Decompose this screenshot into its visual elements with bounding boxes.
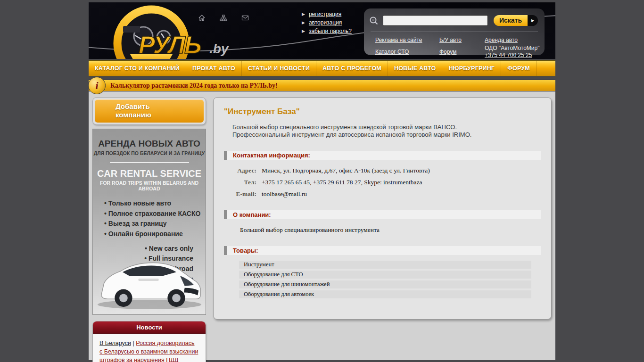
- contact-section-header: Контактная информация:: [224, 151, 541, 160]
- sidebar: Добавить компанию АРЕНДА НОВЫХ АВТО ДЛЯ …: [92, 97, 206, 360]
- page: РУЛЬ .by ▶ регистрация ▶ авторизация ▶ з…: [89, 2, 555, 360]
- registration-link[interactable]: регистрация: [309, 11, 341, 17]
- search-button[interactable]: Искать ▶: [494, 15, 538, 26]
- info-icon: i: [88, 77, 106, 94]
- contact-label: Адрес:: [224, 167, 262, 174]
- header-shortcut-icons: [198, 14, 250, 22]
- company-description: Большой выбор специального инструмента ш…: [232, 123, 505, 139]
- arrow-bullet-icon: ▶: [302, 12, 305, 16]
- company-phone-link[interactable]: +375 44 700 25 25: [485, 52, 545, 59]
- contact-label: Тел:: [224, 179, 262, 186]
- contact-row-address: Адрес: Минск, ул. Подгорная, д.67, офис …: [224, 167, 541, 174]
- contact-table: Адрес: Минск, ул. Подгорная, д.67, офис …: [224, 167, 541, 198]
- add-company-line1: Добавить: [116, 102, 204, 111]
- search-panel: Искать ▶ Реклама на сайте Б/У авто Аренд…: [364, 8, 545, 55]
- goods-section-header: Товары:: [224, 246, 541, 255]
- about-section-header: О компании:: [224, 210, 541, 219]
- nav-item-articles[interactable]: СТАТЬИ И НОВОСТИ: [242, 61, 316, 76]
- authorization-link[interactable]: авторизация: [309, 19, 342, 26]
- car-rental-ad-banner[interactable]: АРЕНДА НОВЫХ АВТО ДЛЯ ПОЕЗДОК ПО БЕЛАРУС…: [92, 129, 206, 315]
- quick-links: Реклама на сайте Б/У авто Аренда авто Ка…: [364, 32, 545, 59]
- news-panel: Новости В Беларуси | Россия договорилась…: [92, 321, 206, 362]
- logo-tld-text: .by: [209, 41, 229, 56]
- search-button-arrow-icon: ▶: [528, 15, 538, 26]
- main-navigation: КАТАЛОГ СТО И КОМПАНИЙ ПРОКАТ АВТО СТАТЬ…: [89, 60, 555, 76]
- car-rental-link[interactable]: Аренда авто: [485, 37, 518, 43]
- sto-catalog-link[interactable]: Каталог СТО: [375, 49, 409, 55]
- auth-links: ▶ регистрация ▶ авторизация ▶ забыли пар…: [302, 11, 352, 36]
- contact-value: +375 17 265 65 45, +375 29 611 78 27, Sk…: [262, 179, 422, 186]
- nav-item-forum[interactable]: ФОРУМ: [501, 61, 537, 76]
- add-company-container: Добавить компанию: [92, 97, 206, 125]
- ad-bullet: Полное страхование КАСКО: [104, 209, 206, 219]
- used-cars-link[interactable]: Б/У авто: [439, 37, 462, 43]
- auth-link-row: ▶ авторизация: [302, 19, 352, 26]
- arrow-bullet-icon: ▶: [302, 29, 305, 33]
- auth-link-row: ▶ забыли пароль?: [302, 28, 352, 34]
- goods-row: Оборудование для СТО: [239, 271, 531, 279]
- auth-link-row: ▶ регистрация: [302, 11, 352, 17]
- nav-item-used-cars[interactable]: АВТО С ПРОБЕГОМ: [316, 61, 388, 76]
- ad-bullet: Выезд за границу: [104, 219, 206, 229]
- company-title: "Инструмент База": [224, 107, 541, 116]
- ad-bullet: Онлайн бронирование: [104, 229, 206, 239]
- news-header: Новости: [93, 321, 206, 334]
- search-row: Искать ▶: [364, 8, 545, 26]
- ad-bullets-ru: Только новые авто Полное страхование КАС…: [104, 198, 206, 239]
- contact-label: E-mail:: [224, 190, 262, 198]
- goods-row: Оборудования для автомоек: [239, 290, 531, 298]
- news-separator: |: [132, 340, 134, 346]
- add-company-button[interactable]: Добавить компанию: [95, 99, 204, 123]
- ad-title-ru: АРЕНДА НОВЫХ АВТО: [93, 139, 206, 149]
- ad-subtitle-ru: ДЛЯ ПОЕЗДОК ПО БЕЛАРУСИ И ЗА ГРАНИЦУ: [93, 150, 206, 156]
- contact-row-email: E-mail: toolbase@mail.ru: [224, 190, 541, 198]
- about-text: Большой выбор специализированного инстру…: [240, 226, 541, 234]
- forgot-password-link[interactable]: забыли пароль?: [309, 28, 352, 34]
- site-logo[interactable]: РУЛЬ .by: [102, 3, 243, 59]
- add-company-line2: компанию: [116, 111, 204, 119]
- ad-bullet: Только новые авто: [104, 198, 206, 209]
- home-icon[interactable]: [198, 14, 206, 22]
- news-category-link[interactable]: В Беларуси: [99, 340, 131, 346]
- sitemap-icon[interactable]: [220, 14, 227, 22]
- logo-brand-text: РУЛЬ: [139, 31, 201, 58]
- mail-icon[interactable]: [241, 14, 249, 22]
- ad-subtitle-en: FOR ROAD TRIPS WITHIN BELARUS AND ABROAD: [93, 180, 206, 191]
- white-car-image: [94, 243, 205, 313]
- forum-link[interactable]: Форум: [439, 49, 456, 55]
- magnifier-icon: [369, 16, 379, 26]
- nav-item-rental[interactable]: ПРОКАТ АВТО: [186, 61, 242, 76]
- content-area: Добавить компанию АРЕНДА НОВЫХ АВТО ДЛЯ …: [89, 91, 555, 360]
- arrow-bullet-icon: ▶: [302, 20, 305, 25]
- search-input[interactable]: [383, 15, 488, 26]
- contact-value: Минск, ул. Подгорная, д.67, офис А-10к (…: [262, 167, 430, 174]
- ad-divider: [110, 162, 189, 163]
- news-item: В Беларуси | Россия договорилась с Белар…: [93, 334, 206, 362]
- promo-banner[interactable]: i Калькулятор растаможки 2024 года тольк…: [89, 80, 555, 91]
- goods-row: Инструмент: [239, 261, 531, 269]
- company-contact: ОДО "АвтоМотоМир" +375 44 700 25 25: [485, 45, 545, 59]
- company-profile-panel: "Инструмент База" Большой выбор специаль…: [213, 97, 552, 320]
- advertising-link[interactable]: Реклама на сайте: [375, 37, 422, 43]
- contact-value: toolbase@mail.ru: [262, 190, 307, 198]
- promo-banner-text: Калькулятор растаможки 2024 года только …: [110, 80, 555, 91]
- nav-item-new-cars[interactable]: НОВЫЕ АВТО: [388, 61, 442, 76]
- company-name: ОДО "АвтоМотоМир": [485, 45, 539, 51]
- search-button-label: Искать: [494, 15, 528, 26]
- nav-item-nurburgring[interactable]: НЮРБУРГРИНГ: [442, 61, 501, 76]
- ad-title-en: CAR RENTAL SERVICE: [93, 168, 206, 179]
- goods-list: Инструмент Оборудование для СТО Оборудов…: [239, 261, 531, 298]
- goods-row: Оборудование для шиномонтажей: [239, 280, 531, 288]
- site-header: РУЛЬ .by ▶ регистрация ▶ авторизация ▶ з…: [89, 2, 555, 59]
- nav-item-catalog[interactable]: КАТАЛОГ СТО И КОМПАНИЙ: [89, 61, 186, 76]
- contact-row-phone: Тел: +375 17 265 65 45, +375 29 611 78 2…: [224, 179, 541, 186]
